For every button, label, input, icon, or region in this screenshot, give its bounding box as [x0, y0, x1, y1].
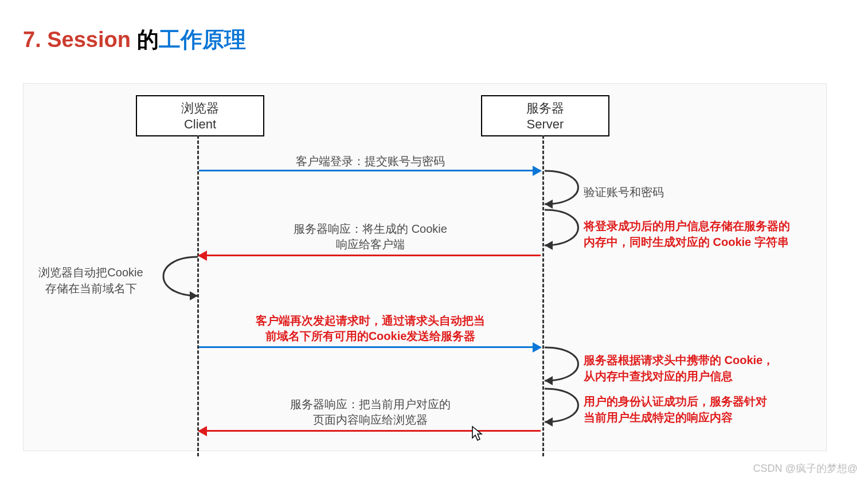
self-loop-browser-store	[146, 256, 204, 302]
self-note-generate-l2: 当前用户生成特定的响应内容	[584, 411, 733, 424]
self-note-lookup-l2: 从内存中查找对应的用户信息	[584, 370, 733, 382]
diagram-frame: 浏览器 Client 服务器 Server 客户端登录：提交账号与密码 验证账号…	[23, 83, 827, 451]
self-note-browser-store-l1: 浏览器自动把Cookie	[38, 266, 143, 279]
self-note-lookup: 服务器根据请求头中携带的 Cookie， 从内存中查找对应的用户信息	[584, 352, 819, 384]
watermark: CSDN @疯子的梦想@	[753, 462, 858, 475]
svg-marker-3	[545, 376, 553, 385]
page-title: 7. Session 的工作原理	[23, 25, 246, 54]
self-note-store-l1: 将登录成功后的用户信息存储在服务器的	[584, 220, 790, 232]
heading-de: 的	[137, 28, 159, 52]
participant-server-label-1: 服务器	[482, 100, 608, 117]
self-note-store: 将登录成功后的用户信息存储在服务器的 内存中，同时生成对应的 Cookie 字符…	[584, 218, 813, 250]
message-cookie-response-l1: 服务器响应：将生成的 Cookie	[294, 222, 447, 235]
self-note-store-l2: 内存中，同时生成对应的 Cookie 字符串	[584, 236, 789, 248]
cursor-icon	[471, 425, 484, 441]
arrowhead-icon	[198, 426, 207, 436]
self-note-generate-l1: 用户的身份认证成功后，服务器针对	[584, 395, 767, 408]
self-note-browser-store: 浏览器自动把Cookie 存储在当前域名下	[29, 264, 153, 296]
message-resend-l1: 客户端再次发起请求时，通过请求头自动把当	[256, 314, 485, 327]
participant-client: 浏览器 Client	[136, 95, 264, 136]
message-resend-l2: 前域名下所有可用的Cookie发送给服务器	[265, 330, 476, 342]
self-note-validate: 验证账号和密码	[584, 184, 664, 200]
message-final-response-label: 服务器响应：把当前用户对应的 页面内容响应给浏览器	[198, 397, 542, 428]
message-resend-label: 客户端再次发起请求时，通过请求头自动把当 前域名下所有可用的Cookie发送给服…	[198, 313, 542, 344]
svg-marker-2	[190, 291, 198, 300]
svg-marker-1	[545, 241, 553, 250]
arrowhead-icon	[533, 166, 542, 176]
participant-server: 服务器 Server	[481, 95, 609, 136]
message-login-label: 客户端登录：提交账号与密码	[198, 154, 542, 169]
participant-client-label-1: 浏览器	[137, 100, 263, 117]
arrow-final-response	[199, 430, 541, 432]
participant-client-label-2: Client	[137, 117, 263, 132]
arrow-cookie-response	[199, 255, 541, 256]
heading-session: Session	[47, 28, 136, 52]
arrowhead-icon	[533, 342, 542, 353]
heading-work: 工作原理	[159, 28, 246, 52]
self-note-browser-store-l2: 存储在当前域名下	[45, 282, 137, 295]
svg-marker-4	[545, 417, 553, 427]
participant-server-label-2: Server	[482, 117, 608, 132]
message-final-response-l2: 页面内容响应给浏览器	[313, 413, 428, 426]
heading-number: 7.	[23, 28, 47, 52]
self-note-lookup-l1: 服务器根据请求头中携带的 Cookie，	[584, 354, 774, 366]
svg-marker-0	[545, 200, 553, 209]
self-note-generate: 用户的身份认证成功后，服务器针对 当前用户生成特定的响应内容	[584, 393, 813, 425]
message-cookie-response-label: 服务器响应：将生成的 Cookie 响应给客户端	[198, 221, 542, 252]
arrow-login	[199, 170, 541, 171]
message-final-response-l1: 服务器响应：把当前用户对应的	[290, 398, 451, 410]
message-cookie-response-l2: 响应给客户端	[336, 238, 405, 251]
arrow-resend	[199, 346, 541, 348]
